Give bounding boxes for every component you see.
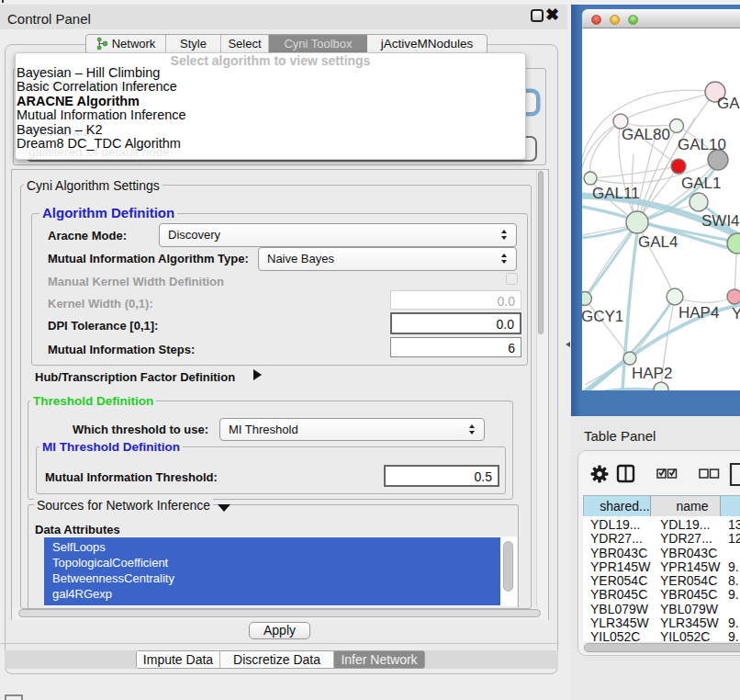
svg-text:GAL1: GAL1 xyxy=(681,175,721,192)
svg-text:GAL80: GAL80 xyxy=(622,126,670,143)
svg-text:Y: Y xyxy=(732,305,740,322)
svg-text:SWI4: SWI4 xyxy=(701,212,740,230)
svg-text:HAP2: HAP2 xyxy=(632,365,672,382)
svg-text:GAL7: GAL7 xyxy=(717,95,740,112)
svg-text:GCY1: GCY1 xyxy=(582,308,623,325)
svg-text:GAL4: GAL4 xyxy=(638,233,678,251)
svg-text:GAL10: GAL10 xyxy=(678,136,726,153)
svg-text:HAP4: HAP4 xyxy=(678,304,719,322)
svg-text:GAL11: GAL11 xyxy=(592,185,640,202)
